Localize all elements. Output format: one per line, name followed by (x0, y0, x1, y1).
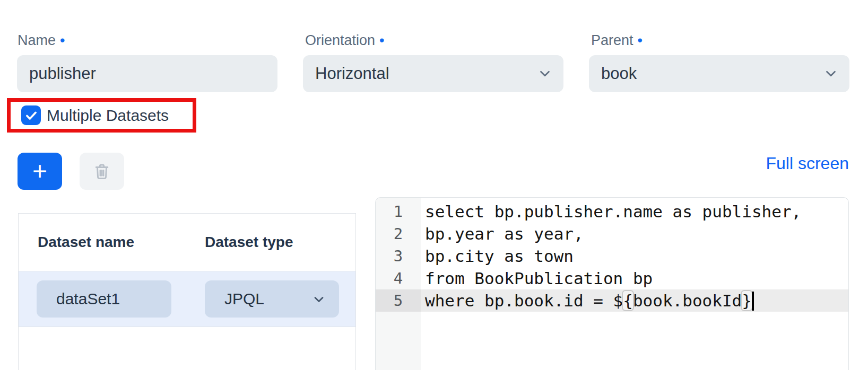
code-line-text: where bp.book.id = ${book.bookId} (421, 289, 848, 312)
table-row[interactable]: dataSet1 JPQL (19, 271, 355, 327)
matched-bracket-close: } (742, 291, 752, 310)
datasets-table: Dataset name Dataset type dataSet1 JPQL (18, 213, 356, 370)
multiple-datasets-label: Multiple Datasets (47, 98, 169, 133)
checkmark-icon (24, 109, 38, 122)
trash-icon (92, 162, 111, 181)
name-field-label: Name• (18, 32, 65, 49)
code-line-text: from BookPublication bp (421, 267, 848, 289)
add-dataset-button[interactable]: + (18, 153, 62, 190)
matched-bracket-open: { (623, 291, 633, 310)
jpql-code-editor[interactable]: 1 select bp.publisher.name as publisher,… (375, 197, 849, 370)
datasets-table-header: Dataset name Dataset type (19, 214, 355, 271)
name-label-text: Name (18, 32, 56, 48)
plus-icon: + (32, 157, 47, 185)
orientation-field-label: Orientation• (305, 32, 385, 49)
column-header-dataset-name: Dataset name (38, 234, 205, 251)
code-line[interactable]: 4 from BookPublication bp (376, 267, 848, 289)
code-line-text: bp.year as year, (421, 223, 848, 245)
required-indicator: • (379, 32, 384, 48)
parent-field-label: Parent• (591, 32, 643, 49)
parent-select[interactable]: book (589, 55, 849, 92)
name-input[interactable]: publisher (17, 55, 277, 92)
code-segment: where bp.book.id = $ (425, 291, 623, 310)
line-number: 4 (376, 267, 421, 289)
chevron-down-icon (537, 66, 553, 82)
line-number: 1 (376, 200, 421, 223)
parent-select-value: book (601, 64, 637, 83)
line-number: 2 (376, 223, 421, 245)
dataset-type-value: JPQL (224, 290, 264, 308)
orientation-select[interactable]: Horizontal (303, 55, 563, 92)
chevron-down-icon (311, 292, 326, 307)
parent-label-text: Parent (591, 32, 633, 48)
orientation-select-value: Horizontal (315, 64, 389, 83)
line-number: 5 (376, 289, 421, 312)
fullscreen-link[interactable]: Full screen (766, 154, 849, 173)
code-line-active[interactable]: 5 where bp.book.id = ${book.bookId} (376, 289, 848, 312)
name-input-value: publisher (29, 64, 96, 83)
code-line[interactable]: 2 bp.year as year, (376, 223, 848, 245)
delete-dataset-button[interactable] (80, 153, 124, 190)
orientation-label-text: Orientation (305, 32, 375, 48)
dataset-name-value: dataSet1 (56, 290, 120, 308)
column-header-dataset-type: Dataset type (205, 234, 293, 251)
chevron-down-icon (823, 66, 839, 82)
editor-code-area[interactable]: 1 select bp.publisher.name as publisher,… (376, 198, 848, 312)
required-indicator: • (60, 32, 65, 48)
code-line-text: select bp.publisher.name as publisher, (421, 200, 848, 223)
code-line[interactable]: 1 select bp.publisher.name as publisher, (376, 200, 848, 223)
code-line-text: bp.city as town (421, 245, 848, 267)
code-line[interactable]: 3 bp.city as town (376, 245, 848, 267)
dataset-type-select[interactable]: JPQL (205, 280, 339, 318)
required-indicator: • (638, 32, 643, 48)
multiple-datasets-checkbox[interactable] (21, 105, 41, 125)
text-cursor (752, 292, 754, 311)
dataset-name-input[interactable]: dataSet1 (37, 280, 171, 318)
code-segment: book.bookId (633, 291, 742, 310)
dataset-editor-page: Name• publisher Orientation• Horizontal … (0, 0, 868, 370)
line-number: 3 (376, 245, 421, 267)
